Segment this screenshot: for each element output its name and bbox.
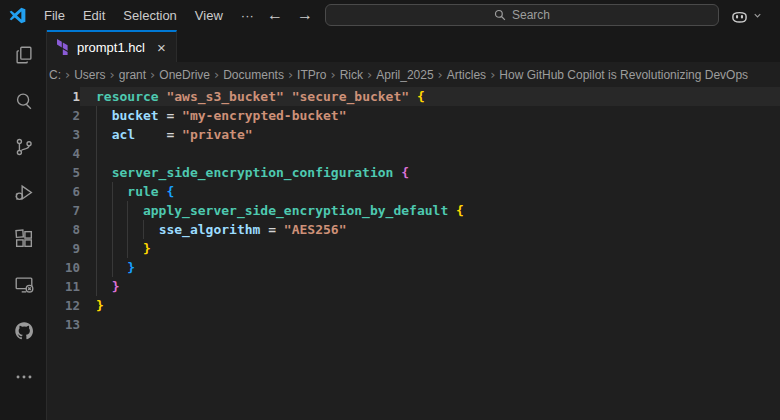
code-token-b1: { (417, 89, 425, 104)
activity-more-button[interactable] (0, 354, 47, 400)
breadcrumb-item[interactable]: How GitHub Copilot is Revolutionizing De… (499, 68, 748, 82)
code-line[interactable]: 3 acl = "private" (47, 125, 780, 144)
vscode-window: FileEditSelectionView ··· ← → Search (0, 0, 780, 420)
code-line[interactable]: 8 sse_algorithm = "AES256" (47, 220, 780, 239)
tab-prompt1-hcl[interactable]: prompt1.hcl × (47, 30, 177, 62)
code-token-plain (276, 222, 284, 237)
activity-run-debug-icon[interactable] (0, 170, 47, 216)
line-content[interactable]: acl = "private" (80, 125, 780, 144)
line-content[interactable]: } (80, 277, 780, 296)
menu-view[interactable]: View (186, 4, 232, 27)
search-input[interactable]: Search (325, 4, 719, 26)
code-line[interactable]: 5 server_side_encryption_configuration { (47, 163, 780, 182)
breadcrumb-item[interactable]: OneDrive (159, 68, 210, 82)
activity-remote-explorer-icon[interactable] (0, 262, 47, 308)
code-line[interactable]: 12} (47, 296, 780, 315)
code-line[interactable]: 11 } (47, 277, 780, 296)
line-content[interactable]: } (80, 296, 780, 315)
line-number: 9 (47, 239, 80, 258)
code-token-b1: } (143, 241, 151, 256)
activity-bar (0, 30, 47, 420)
nav-forward-button[interactable]: → (292, 0, 318, 30)
code-line[interactable]: 7 apply_server_side_encryption_by_defaul… (47, 201, 780, 220)
code-token-plain (284, 89, 292, 104)
breadcrumb-item[interactable]: Users (74, 68, 105, 82)
line-number: 12 (47, 296, 80, 315)
indent-guide (96, 277, 97, 296)
code-line[interactable]: 1resource "aws_s3_bucket" "secure_bucket… (47, 87, 780, 106)
menu-selection[interactable]: Selection (114, 4, 185, 27)
code-line[interactable]: 4 (47, 144, 780, 163)
code-token-plain (409, 89, 417, 104)
line-content[interactable]: } (80, 258, 780, 277)
code-token-plain (96, 279, 112, 294)
activity-source-control-icon[interactable] (0, 124, 47, 170)
code-token-keyword: resource (96, 89, 159, 104)
code-token-keyword: apply_server_side_encryption_by_default (143, 203, 448, 218)
line-content[interactable]: sse_algorithm = "AES256" (80, 220, 780, 239)
code-token-string: "aws_s3_bucket" (166, 89, 283, 104)
breadcrumb-item[interactable]: April_2025 (376, 68, 433, 82)
line-number: 7 (47, 201, 80, 220)
copilot-button[interactable] (729, 3, 763, 27)
line-content[interactable]: } (80, 239, 780, 258)
breadcrumb-item[interactable]: ITPro (297, 68, 326, 82)
code-line[interactable]: 6 rule { (47, 182, 780, 201)
menu-more[interactable]: ··· (232, 4, 263, 27)
line-content[interactable] (80, 144, 780, 163)
code-line[interactable]: 10 } (47, 258, 780, 277)
breadcrumb-separator: › (110, 67, 115, 82)
indent-guide (112, 182, 113, 201)
breadcrumb-separator: › (330, 67, 335, 82)
line-number: 4 (47, 144, 80, 163)
breadcrumb-item[interactable]: Articles (447, 68, 486, 82)
breadcrumb-item[interactable]: C: (49, 68, 61, 82)
line-number: 13 (47, 315, 80, 334)
code-token-string: "secure_bucket" (292, 89, 409, 104)
indent-guide (112, 258, 113, 277)
code-line[interactable]: 9 } (47, 239, 780, 258)
breadcrumb-item[interactable]: Rick (340, 68, 363, 82)
breadcrumb-item[interactable]: Documents (223, 68, 284, 82)
code-token-b2: } (112, 279, 120, 294)
line-content[interactable] (80, 315, 780, 334)
search-placeholder: Search (512, 8, 550, 22)
code-token-b3: } (127, 260, 135, 275)
indent-guide (96, 201, 97, 220)
chevron-down-icon (752, 10, 763, 21)
line-content[interactable]: resource "aws_s3_bucket" "secure_bucket"… (80, 87, 780, 106)
activity-extensions-icon[interactable] (0, 216, 47, 262)
code-line[interactable]: 2 bucket = "my-encrypted-bucket" (47, 106, 780, 125)
code-token-b3: { (166, 184, 174, 199)
indent-guide (96, 106, 97, 125)
code-token-plain (448, 203, 456, 218)
line-content[interactable]: rule { (80, 182, 780, 201)
code-editor[interactable]: 1resource "aws_s3_bucket" "secure_bucket… (47, 87, 780, 334)
vscode-logo-icon (9, 7, 26, 24)
line-content[interactable]: apply_server_side_encryption_by_default … (80, 201, 780, 220)
menu-edit[interactable]: Edit (74, 4, 114, 27)
activity-github-icon[interactable] (0, 308, 47, 354)
nav-back-button[interactable]: ← (262, 0, 288, 30)
line-number: 10 (47, 258, 80, 277)
indent-guide (127, 201, 128, 220)
indent-guide (112, 239, 113, 258)
breadcrumb-item[interactable]: grant (119, 68, 146, 82)
code-token-keyword: server_side_encryption_configuration (112, 165, 394, 180)
code-token-b2: { (401, 165, 409, 180)
line-content[interactable]: server_side_encryption_configuration { (80, 163, 780, 182)
indent-guide (143, 220, 144, 239)
breadcrumb: C:›Users›grant›OneDrive›Documents›ITPro›… (47, 62, 780, 87)
line-number: 8 (47, 220, 80, 239)
breadcrumb-separator: › (438, 67, 443, 82)
line-content[interactable]: bucket = "my-encrypted-bucket" (80, 106, 780, 125)
code-line[interactable]: 13 (47, 315, 780, 334)
tab-close-icon[interactable]: × (157, 40, 166, 55)
tab-bar: prompt1.hcl × (47, 30, 780, 62)
code-token-b1: } (96, 298, 104, 313)
menu-file[interactable]: File (35, 4, 74, 27)
activity-search-icon[interactable] (0, 78, 47, 124)
breadcrumb-separator: › (65, 67, 70, 82)
indent-guide (112, 201, 113, 220)
activity-explorer-icon[interactable] (0, 32, 47, 78)
